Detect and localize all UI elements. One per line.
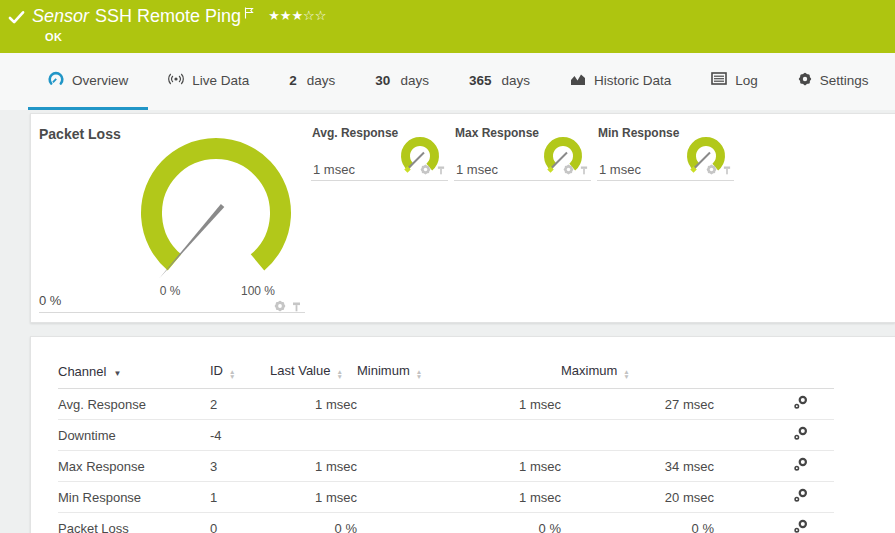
widget-gear-icon[interactable] [274, 298, 286, 316]
sort-icon: ▲▼ [229, 369, 235, 379]
live-data-icon [168, 72, 184, 89]
channels-panel: Channel▼ ID▲▼ Last Value▲▼ Minimum▲▼ Max… [30, 336, 895, 533]
gauge-scale-min: 0 % [150, 284, 190, 298]
channel-last-value [270, 420, 357, 451]
main-gauge-title: Packet Loss [39, 126, 121, 142]
widget-gear-icon[interactable] [420, 161, 431, 179]
priority-stars[interactable]: ★★★☆☆ [268, 8, 326, 23]
channel-table: Channel▼ ID▲▼ Last Value▲▼ Minimum▲▼ Max… [58, 363, 834, 533]
gauge-scale-max: 100 % [235, 284, 281, 298]
channel-settings-icon[interactable] [793, 491, 808, 506]
widget-pin-icon[interactable] [292, 298, 301, 316]
channel-minimum [357, 420, 561, 451]
channel-settings-icon[interactable] [793, 522, 808, 533]
channel-maximum: 27 msec [561, 389, 714, 420]
channel-settings-icon[interactable] [793, 429, 808, 444]
widget-pin-icon[interactable] [580, 161, 588, 179]
channel-last-value: 0 % [270, 513, 357, 533]
small-gauge-value: 1 msec [313, 162, 355, 177]
tab-settings[interactable]: Settings [778, 53, 889, 110]
table-header-row: Channel▼ ID▲▼ Last Value▲▼ Minimum▲▼ Max… [58, 363, 834, 389]
sensor-status-banner: Sensor SSH Remote Ping ★★★☆☆ OK [0, 0, 895, 53]
channel-maximum: 34 msec [561, 451, 714, 482]
tab-365-days[interactable]: 365days [449, 53, 550, 110]
widget-gear-icon[interactable] [706, 161, 717, 179]
channel-maximum [561, 420, 714, 451]
gauges-panel: Packet Loss 0 % 100 % 0 % Avg. Response … [30, 113, 895, 323]
log-list-icon [711, 72, 727, 88]
tab-live-data[interactable]: Live Data [148, 53, 269, 110]
sort-icon: ▲▼ [623, 369, 629, 379]
channel-maximum: 0 % [561, 513, 714, 533]
sensor-title: SSH Remote Ping [95, 6, 241, 27]
col-header-channel[interactable]: Channel▼ [58, 363, 210, 389]
widget-pin-icon[interactable] [437, 161, 445, 179]
tab-historic-data[interactable]: Historic Data [550, 53, 691, 110]
channel-settings-icon[interactable] [793, 460, 808, 475]
tab-overview[interactable]: Overview [28, 53, 148, 110]
max-response-widget: Max Response 1 msec [454, 121, 591, 181]
sort-desc-icon: ▼ [113, 369, 121, 378]
channel-id: 3 [210, 451, 270, 482]
table-row: Avg. Response 2 1 msec 1 msec 27 msec [58, 389, 834, 420]
small-gauge-title: Max Response [455, 126, 539, 140]
table-row: Packet Loss 0 0 % 0 % 0 % [58, 513, 834, 533]
channel-minimum: 1 msec [357, 482, 561, 513]
small-gauge-value: 1 msec [456, 162, 498, 177]
tab-log[interactable]: Log [691, 53, 778, 110]
channel-last-value: 1 msec [270, 389, 357, 420]
channel-name[interactable]: Downtime [58, 420, 210, 451]
small-gauge-title: Avg. Response [312, 126, 398, 140]
channel-last-value: 1 msec [270, 451, 357, 482]
tab-2-days[interactable]: 2days [269, 53, 355, 110]
tab-30-days[interactable]: 30days [355, 53, 449, 110]
table-row: Min Response 1 1 msec 1 msec 20 msec [58, 482, 834, 513]
table-row: Max Response 3 1 msec 1 msec 34 msec [58, 451, 834, 482]
historic-chart-icon [570, 72, 586, 89]
sort-icon: ▲▼ [336, 369, 342, 379]
channel-name[interactable]: Max Response [58, 451, 210, 482]
col-header-id[interactable]: ID▲▼ [210, 363, 270, 389]
channel-last-value: 1 msec [270, 482, 357, 513]
widget-pin-icon[interactable] [723, 161, 731, 179]
col-header-last-value[interactable]: Last Value▲▼ [270, 363, 357, 389]
flag-icon[interactable] [244, 5, 254, 23]
channel-minimum: 0 % [357, 513, 561, 533]
sensor-type-label: Sensor [32, 6, 89, 27]
channel-id: 0 [210, 513, 270, 533]
gauge-icon [48, 71, 64, 89]
small-gauge-value: 1 msec [599, 162, 641, 177]
packet-loss-current-value: 0 % [39, 293, 61, 308]
col-header-minimum[interactable]: Minimum▲▼ [357, 363, 561, 389]
avg-response-widget: Avg. Response 1 msec [311, 121, 448, 181]
packet-loss-gauge [131, 128, 301, 298]
channel-name[interactable]: Min Response [58, 482, 210, 513]
table-row: Downtime -4 [58, 420, 834, 451]
sensor-tab-bar: Overview Live Data 2days 30days 365days … [0, 53, 895, 110]
status-badge: OK [45, 31, 63, 43]
channel-name[interactable]: Packet Loss [58, 513, 210, 533]
min-response-widget: Min Response 1 msec [597, 121, 734, 181]
channel-id: -4 [210, 420, 270, 451]
gear-icon [798, 72, 812, 89]
channel-name[interactable]: Avg. Response [58, 389, 210, 420]
small-gauge-title: Min Response [598, 126, 679, 140]
sort-icon: ▲▼ [416, 369, 422, 379]
col-header-maximum[interactable]: Maximum▲▼ [561, 363, 714, 389]
channel-maximum: 20 msec [561, 482, 714, 513]
status-check-icon [8, 10, 25, 29]
channel-id: 1 [210, 482, 270, 513]
widget-gear-icon[interactable] [563, 161, 574, 179]
channel-minimum: 1 msec [357, 389, 561, 420]
channel-settings-icon[interactable] [793, 398, 808, 413]
channel-id: 2 [210, 389, 270, 420]
channel-minimum: 1 msec [357, 451, 561, 482]
